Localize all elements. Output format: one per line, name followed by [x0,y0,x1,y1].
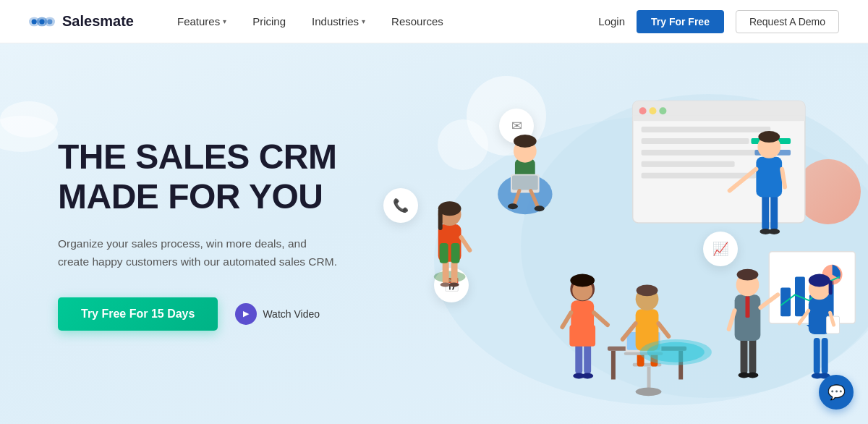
try-free-hero-button[interactable]: Try Free For 15 Days [58,297,218,331]
svg-point-18 [508,203,518,209]
svg-point-90 [746,373,758,378]
nav-links: Features ▾ Pricing Industries ▾ Resource… [177,15,598,27]
svg-point-3 [32,19,37,24]
svg-point-57 [582,373,593,379]
svg-rect-98 [822,338,828,374]
nav-resources[interactable]: Resources [391,15,443,27]
svg-rect-38 [642,127,771,132]
svg-point-109 [647,342,705,362]
svg-line-60 [594,313,608,325]
svg-rect-46 [770,194,778,230]
logo[interactable]: Salesmate [29,13,134,30]
hero-illustration: ✉ 📞 📅 📈 [340,43,868,424]
svg-point-20 [434,271,466,283]
hero-content: THE SALES CRM MADE FOR YOU Organize your… [0,43,340,424]
nav-features[interactable]: Features ▾ [177,15,226,27]
svg-rect-42 [642,173,757,179]
try-free-button[interactable]: Try For Free [637,10,724,33]
svg-point-67 [636,387,662,396]
login-link[interactable]: Login [598,15,625,27]
svg-point-36 [650,107,657,114]
svg-point-19 [535,205,545,211]
svg-rect-87 [741,338,748,374]
svg-line-94 [729,310,735,329]
nav-pricing[interactable]: Pricing [252,15,286,27]
svg-line-31 [461,237,470,250]
illustration-svg [340,43,868,424]
nav-actions: Login Try For Free Request A Demo [598,10,839,33]
navbar: Salesmate Features ▾ Pricing Industries … [0,0,868,43]
logo-icon [29,13,55,30]
watch-video-button[interactable]: ▶ Watch Video [235,303,320,325]
svg-point-64 [570,274,595,287]
hero-section: THE SALES CRM MADE FOR YOU Organize your… [0,43,868,424]
svg-rect-26 [440,243,448,263]
chat-icon: 💬 [827,383,846,401]
features-chevron-icon: ▾ [223,17,226,25]
svg-rect-71 [611,351,616,380]
svg-point-4 [39,19,44,24]
industries-chevron-icon: ▾ [362,17,365,25]
svg-rect-34 [633,115,805,121]
svg-rect-92 [746,296,750,318]
svg-point-53 [758,131,780,143]
svg-point-13 [514,135,537,148]
svg-rect-40 [642,150,764,156]
svg-line-51 [782,169,785,187]
hero-title: THE SALES CRM MADE FOR YOU [58,137,340,216]
svg-point-37 [659,107,666,114]
hero-actions: Try Free For 15 Days ▶ Watch Video [58,297,340,331]
svg-rect-15 [512,176,538,190]
svg-point-78 [637,284,658,296]
svg-rect-39 [642,138,749,144]
svg-point-106 [809,274,830,287]
hero-subtitle: Organize your sales process, win more de… [58,234,340,271]
svg-rect-49 [756,157,782,198]
svg-rect-97 [814,338,820,374]
svg-point-24 [449,282,459,287]
svg-rect-30 [438,208,443,230]
svg-point-35 [639,107,647,114]
nav-industries[interactable]: Industries ▾ [312,15,365,27]
svg-point-5 [47,19,52,24]
svg-rect-107 [829,281,833,295]
svg-point-96 [737,269,759,281]
svg-rect-45 [762,194,769,230]
svg-rect-59 [569,325,595,347]
svg-rect-88 [749,338,756,374]
logo-text: Salesmate [62,13,134,30]
svg-rect-27 [451,243,460,263]
svg-point-23 [441,282,451,287]
chat-button[interactable]: 💬 [819,375,854,410]
request-demo-button[interactable]: Request A Demo [736,10,839,33]
svg-point-48 [768,229,780,234]
play-icon: ▶ [235,303,257,325]
svg-line-61 [562,313,571,327]
svg-rect-41 [642,161,735,167]
svg-rect-66 [647,367,651,389]
